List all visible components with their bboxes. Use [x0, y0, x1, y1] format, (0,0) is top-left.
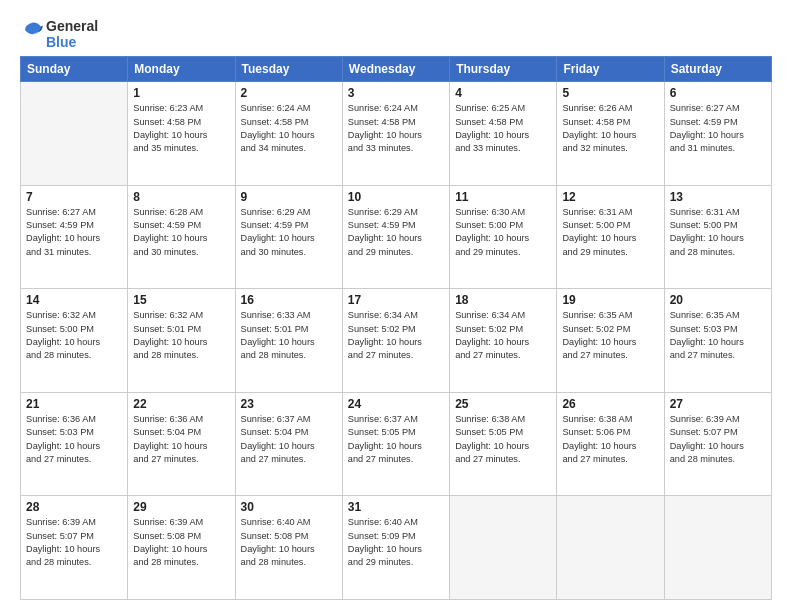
- day-number: 19: [562, 293, 658, 307]
- day-number: 30: [241, 500, 337, 514]
- day-info: Sunrise: 6:27 AMSunset: 4:59 PMDaylight:…: [670, 102, 766, 155]
- logo: General Blue: [20, 18, 98, 50]
- calendar-cell: 21Sunrise: 6:36 AMSunset: 5:03 PMDayligh…: [21, 392, 128, 496]
- calendar-cell: 20Sunrise: 6:35 AMSunset: 5:03 PMDayligh…: [664, 289, 771, 393]
- day-number: 8: [133, 190, 229, 204]
- day-number: 28: [26, 500, 122, 514]
- weekday-header-row: SundayMondayTuesdayWednesdayThursdayFrid…: [21, 57, 772, 82]
- day-info: Sunrise: 6:32 AMSunset: 5:01 PMDaylight:…: [133, 309, 229, 362]
- day-info: Sunrise: 6:39 AMSunset: 5:07 PMDaylight:…: [670, 413, 766, 466]
- day-number: 22: [133, 397, 229, 411]
- calendar-cell: 14Sunrise: 6:32 AMSunset: 5:00 PMDayligh…: [21, 289, 128, 393]
- day-info: Sunrise: 6:34 AMSunset: 5:02 PMDaylight:…: [348, 309, 444, 362]
- logo-line2: Blue: [46, 34, 98, 50]
- logo-icon: [22, 21, 44, 43]
- calendar-cell: 16Sunrise: 6:33 AMSunset: 5:01 PMDayligh…: [235, 289, 342, 393]
- calendar-cell: 13Sunrise: 6:31 AMSunset: 5:00 PMDayligh…: [664, 185, 771, 289]
- day-info: Sunrise: 6:31 AMSunset: 5:00 PMDaylight:…: [562, 206, 658, 259]
- day-number: 2: [241, 86, 337, 100]
- header: General Blue: [20, 18, 772, 50]
- weekday-header-saturday: Saturday: [664, 57, 771, 82]
- day-number: 4: [455, 86, 551, 100]
- calendar-cell: 29Sunrise: 6:39 AMSunset: 5:08 PMDayligh…: [128, 496, 235, 600]
- day-number: 21: [26, 397, 122, 411]
- day-number: 24: [348, 397, 444, 411]
- day-number: 23: [241, 397, 337, 411]
- calendar-cell: 11Sunrise: 6:30 AMSunset: 5:00 PMDayligh…: [450, 185, 557, 289]
- day-info: Sunrise: 6:24 AMSunset: 4:58 PMDaylight:…: [348, 102, 444, 155]
- day-number: 26: [562, 397, 658, 411]
- calendar-cell: 24Sunrise: 6:37 AMSunset: 5:05 PMDayligh…: [342, 392, 449, 496]
- day-info: Sunrise: 6:37 AMSunset: 5:04 PMDaylight:…: [241, 413, 337, 466]
- calendar-cell: [557, 496, 664, 600]
- calendar-cell: 10Sunrise: 6:29 AMSunset: 4:59 PMDayligh…: [342, 185, 449, 289]
- day-info: Sunrise: 6:39 AMSunset: 5:07 PMDaylight:…: [26, 516, 122, 569]
- calendar-cell: [21, 82, 128, 186]
- calendar-cell: [664, 496, 771, 600]
- page: General Blue SundayMondayTuesdayWednesda…: [0, 0, 792, 612]
- day-number: 14: [26, 293, 122, 307]
- day-info: Sunrise: 6:24 AMSunset: 4:58 PMDaylight:…: [241, 102, 337, 155]
- calendar-cell: 31Sunrise: 6:40 AMSunset: 5:09 PMDayligh…: [342, 496, 449, 600]
- day-number: 9: [241, 190, 337, 204]
- day-info: Sunrise: 6:29 AMSunset: 4:59 PMDaylight:…: [348, 206, 444, 259]
- calendar-cell: 18Sunrise: 6:34 AMSunset: 5:02 PMDayligh…: [450, 289, 557, 393]
- day-number: 12: [562, 190, 658, 204]
- day-info: Sunrise: 6:36 AMSunset: 5:03 PMDaylight:…: [26, 413, 122, 466]
- week-row-5: 28Sunrise: 6:39 AMSunset: 5:07 PMDayligh…: [21, 496, 772, 600]
- calendar-cell: 9Sunrise: 6:29 AMSunset: 4:59 PMDaylight…: [235, 185, 342, 289]
- day-info: Sunrise: 6:34 AMSunset: 5:02 PMDaylight:…: [455, 309, 551, 362]
- day-number: 25: [455, 397, 551, 411]
- calendar-cell: [450, 496, 557, 600]
- day-info: Sunrise: 6:33 AMSunset: 5:01 PMDaylight:…: [241, 309, 337, 362]
- calendar-cell: 6Sunrise: 6:27 AMSunset: 4:59 PMDaylight…: [664, 82, 771, 186]
- day-info: Sunrise: 6:38 AMSunset: 5:06 PMDaylight:…: [562, 413, 658, 466]
- day-info: Sunrise: 6:35 AMSunset: 5:02 PMDaylight:…: [562, 309, 658, 362]
- weekday-header-tuesday: Tuesday: [235, 57, 342, 82]
- day-number: 18: [455, 293, 551, 307]
- day-info: Sunrise: 6:39 AMSunset: 5:08 PMDaylight:…: [133, 516, 229, 569]
- day-number: 15: [133, 293, 229, 307]
- calendar-cell: 5Sunrise: 6:26 AMSunset: 4:58 PMDaylight…: [557, 82, 664, 186]
- weekday-header-sunday: Sunday: [21, 57, 128, 82]
- calendar-cell: 3Sunrise: 6:24 AMSunset: 4:58 PMDaylight…: [342, 82, 449, 186]
- calendar-cell: 17Sunrise: 6:34 AMSunset: 5:02 PMDayligh…: [342, 289, 449, 393]
- day-info: Sunrise: 6:32 AMSunset: 5:00 PMDaylight:…: [26, 309, 122, 362]
- day-number: 17: [348, 293, 444, 307]
- weekday-header-monday: Monday: [128, 57, 235, 82]
- day-info: Sunrise: 6:40 AMSunset: 5:09 PMDaylight:…: [348, 516, 444, 569]
- day-number: 6: [670, 86, 766, 100]
- day-info: Sunrise: 6:27 AMSunset: 4:59 PMDaylight:…: [26, 206, 122, 259]
- week-row-4: 21Sunrise: 6:36 AMSunset: 5:03 PMDayligh…: [21, 392, 772, 496]
- calendar-cell: 27Sunrise: 6:39 AMSunset: 5:07 PMDayligh…: [664, 392, 771, 496]
- calendar-cell: 19Sunrise: 6:35 AMSunset: 5:02 PMDayligh…: [557, 289, 664, 393]
- day-number: 5: [562, 86, 658, 100]
- day-info: Sunrise: 6:31 AMSunset: 5:00 PMDaylight:…: [670, 206, 766, 259]
- weekday-header-thursday: Thursday: [450, 57, 557, 82]
- day-info: Sunrise: 6:23 AMSunset: 4:58 PMDaylight:…: [133, 102, 229, 155]
- weekday-header-wednesday: Wednesday: [342, 57, 449, 82]
- calendar-cell: 28Sunrise: 6:39 AMSunset: 5:07 PMDayligh…: [21, 496, 128, 600]
- calendar-cell: 12Sunrise: 6:31 AMSunset: 5:00 PMDayligh…: [557, 185, 664, 289]
- day-number: 16: [241, 293, 337, 307]
- calendar-cell: 2Sunrise: 6:24 AMSunset: 4:58 PMDaylight…: [235, 82, 342, 186]
- day-number: 13: [670, 190, 766, 204]
- calendar-cell: 30Sunrise: 6:40 AMSunset: 5:08 PMDayligh…: [235, 496, 342, 600]
- week-row-2: 7Sunrise: 6:27 AMSunset: 4:59 PMDaylight…: [21, 185, 772, 289]
- day-number: 10: [348, 190, 444, 204]
- calendar-cell: 8Sunrise: 6:28 AMSunset: 4:59 PMDaylight…: [128, 185, 235, 289]
- calendar-cell: 4Sunrise: 6:25 AMSunset: 4:58 PMDaylight…: [450, 82, 557, 186]
- logo-line1: General: [46, 18, 98, 34]
- calendar-cell: 26Sunrise: 6:38 AMSunset: 5:06 PMDayligh…: [557, 392, 664, 496]
- day-info: Sunrise: 6:40 AMSunset: 5:08 PMDaylight:…: [241, 516, 337, 569]
- week-row-1: 1Sunrise: 6:23 AMSunset: 4:58 PMDaylight…: [21, 82, 772, 186]
- calendar-cell: 23Sunrise: 6:37 AMSunset: 5:04 PMDayligh…: [235, 392, 342, 496]
- calendar-cell: 1Sunrise: 6:23 AMSunset: 4:58 PMDaylight…: [128, 82, 235, 186]
- calendar-cell: 7Sunrise: 6:27 AMSunset: 4:59 PMDaylight…: [21, 185, 128, 289]
- week-row-3: 14Sunrise: 6:32 AMSunset: 5:00 PMDayligh…: [21, 289, 772, 393]
- weekday-header-friday: Friday: [557, 57, 664, 82]
- day-number: 29: [133, 500, 229, 514]
- day-info: Sunrise: 6:26 AMSunset: 4:58 PMDaylight:…: [562, 102, 658, 155]
- calendar-cell: 25Sunrise: 6:38 AMSunset: 5:05 PMDayligh…: [450, 392, 557, 496]
- calendar-cell: 22Sunrise: 6:36 AMSunset: 5:04 PMDayligh…: [128, 392, 235, 496]
